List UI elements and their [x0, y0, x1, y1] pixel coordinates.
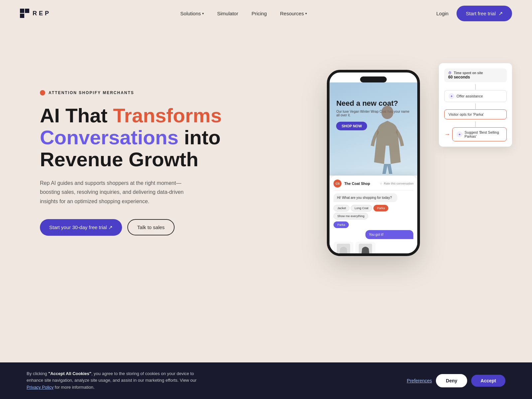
svg-rect-0	[20, 9, 24, 13]
logo-icon	[20, 9, 29, 18]
flow-time-label: ⏱ Time spent on site	[448, 71, 503, 75]
login-button[interactable]: Login	[436, 11, 449, 16]
cookie-banner: By clicking "Accept All Cookies", you ag…	[0, 362, 532, 399]
arrow-icon: ↗	[498, 10, 503, 17]
preferences-button[interactable]: Preferences	[407, 378, 432, 383]
heading-into: into	[179, 126, 221, 149]
start-trial-button[interactable]: Start free trial ↗	[457, 6, 512, 21]
resources-chevron-icon: ▾	[305, 12, 307, 15]
svg-rect-2	[20, 14, 24, 18]
flow-arrow-1: |	[444, 83, 507, 89]
svg-rect-1	[25, 9, 29, 13]
navigation: REP Solutions ▾ Simulator Pricing Resour…	[0, 0, 532, 27]
nav-right: Login Start free trial ↗	[436, 6, 512, 21]
chat-chips: Jacket Long Coat Parka Show me everythin…	[333, 205, 413, 219]
phone-shop-button[interactable]: SHOP NOW	[336, 122, 367, 130]
cookie-bold-text: "Accept All Cookies"	[48, 371, 91, 376]
chat-header: CS The Coat Shop ☆ Rate this conversatio…	[333, 180, 413, 191]
chip-jacket[interactable]: Jacket	[333, 205, 349, 211]
talk-sales-button[interactable]: Talk to sales	[127, 219, 175, 235]
phone-hero-area: Need a new coat? Our luxe Vegan Winter W…	[330, 82, 417, 176]
flow-suggest-row: → ✦ Suggest 'Best Selling Parkas'	[444, 127, 507, 141]
phone-mockup: Need a new coat? Our luxe Vegan Winter W…	[327, 70, 420, 256]
hero-content: ATTENTION SHOPIFY MERCHANTS AI That Tran…	[40, 90, 222, 236]
chat-message-question: Hi! What are you shopping for today?	[333, 193, 397, 202]
chat-store-name: The Coat Shop	[344, 182, 370, 186]
chip-parka-2[interactable]: Parka	[333, 221, 349, 228]
badge-dot	[40, 90, 45, 95]
nav-simulator[interactable]: Simulator	[217, 11, 238, 16]
attention-badge: ATTENTION SHOPIFY MERCHANTS	[40, 90, 222, 95]
phone-notch	[360, 76, 387, 82]
product-card-1: White Fox Coat $289	[333, 242, 353, 256]
flow-node-suggest: ✦ Suggest 'Best Selling Parkas'	[452, 127, 507, 141]
flow-time-value: 60 seconds	[448, 75, 503, 79]
chat-products: White Fox Coat $289 Fonda Coat $340	[333, 242, 413, 256]
flow-node-visitor: Visitor opts for 'Parka'	[444, 109, 507, 119]
person-silhouette	[366, 102, 409, 176]
deny-button[interactable]: Deny	[436, 374, 467, 387]
flow-node-time: ⏱ Time spent on site 60 seconds	[444, 68, 507, 82]
hero-section: ATTENTION SHOPIFY MERCHANTS AI That Tran…	[0, 27, 532, 306]
cookie-text: By clicking "Accept All Cookies", you ag…	[27, 370, 200, 391]
privacy-policy-link[interactable]: Privacy Policy	[27, 385, 54, 390]
heading-part1: AI That	[40, 104, 113, 127]
hero-subtext: Rep AI guides and supports shoppers at t…	[40, 179, 200, 206]
nav-resources[interactable]: Resources ▾	[280, 11, 307, 16]
coat-icon-1	[338, 245, 348, 256]
product-card-2: Fonda Coat $340	[355, 242, 375, 256]
star-icon: ☆	[380, 182, 382, 185]
heading-transforms: Transforms	[113, 104, 222, 127]
flow-arrow-3: |	[444, 121, 507, 127]
chip-show-all[interactable]: Show me everything	[333, 213, 368, 219]
solutions-chevron-icon: ▾	[202, 12, 204, 15]
product-img-2	[359, 244, 372, 256]
nav-pricing[interactable]: Pricing	[251, 11, 267, 16]
chat-store-avatar: CS	[333, 180, 341, 188]
hero-visual: ⏱ Time spent on site 60 seconds | ✦ Offe…	[222, 47, 512, 279]
heading-conversations: Conversations	[40, 126, 179, 149]
accept-button[interactable]: Accept	[471, 375, 505, 387]
flow-suggest-icon: ✦	[457, 131, 463, 137]
chat-rating: ☆ Rate this conversation	[380, 182, 413, 185]
product-img-1	[337, 244, 350, 256]
chat-rating-text: Rate this conversation	[384, 182, 413, 185]
nav-solutions[interactable]: Solutions ▾	[180, 11, 204, 16]
heading-revenue: Revenue Growth	[40, 148, 199, 171]
svg-point-3	[381, 106, 393, 119]
phone-chat-overlay: CS The Coat Shop ☆ Rate this conversatio…	[330, 176, 417, 253]
flow-offer-icon: ✦	[449, 93, 455, 99]
chip-parka[interactable]: Parka	[373, 205, 389, 211]
flow-arrow-right-icon: →	[444, 131, 450, 138]
hero-buttons: Start your 30-day free trial ↗ Talk to s…	[40, 219, 222, 236]
chat-chips-2: Parka	[333, 221, 413, 228]
hero-heading: AI That Transforms Conversations into Re…	[40, 105, 222, 171]
chip-long-coat[interactable]: Long Coat	[351, 205, 372, 211]
nav-links: Solutions ▾ Simulator Pricing Resources …	[180, 11, 307, 16]
cookie-buttons: Preferences Deny Accept	[407, 374, 505, 387]
badge-text: ATTENTION SHOPIFY MERCHANTS	[49, 90, 134, 95]
free-trial-button[interactable]: Start your 30-day free trial ↗	[40, 219, 122, 236]
logo-text: REP	[33, 10, 51, 17]
flow-arrow-2: |	[444, 103, 507, 109]
flow-panel: ⏱ Time spent on site 60 seconds | ✦ Offe…	[439, 63, 512, 147]
chat-reply: You got it!	[365, 230, 413, 239]
flow-node-offer: ✦ Offer assistance	[444, 90, 507, 102]
logo-link[interactable]: REP	[20, 9, 51, 18]
coat-icon-2	[360, 245, 370, 256]
